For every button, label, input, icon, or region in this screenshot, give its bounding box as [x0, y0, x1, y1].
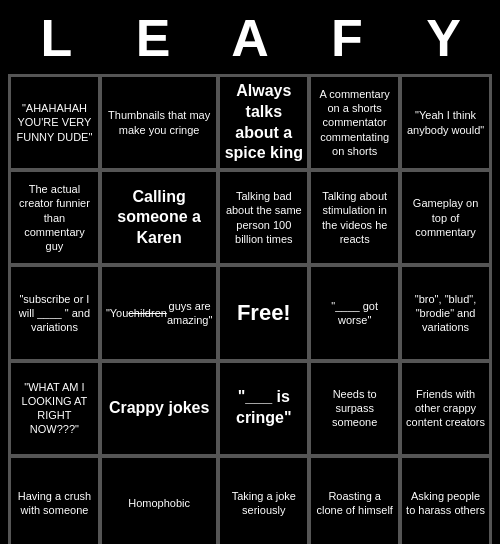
- bingo-cell-23: Roasting a clone of himself: [310, 457, 399, 544]
- bingo-cell-0: "AHAHAHAH YOU'RE VERY FUNNY DUDE": [10, 76, 99, 169]
- bingo-cell-5: The actual creator funnier than commenta…: [10, 171, 99, 264]
- bingo-title: L E A F Y: [8, 8, 492, 68]
- title-letter-y: Y: [404, 8, 484, 68]
- bingo-cell-17: "___ is cringe": [219, 362, 308, 455]
- bingo-cell-21: Homophobic: [101, 457, 217, 544]
- bingo-cell-10: "subscribe or I will ____ " and variatio…: [10, 266, 99, 359]
- bingo-cell-6: Calling someone a Karen: [101, 171, 217, 264]
- bingo-cell-3: A commentary on a shorts commentator com…: [310, 76, 399, 169]
- bingo-cell-9: Gameplay on top of commentary: [401, 171, 490, 264]
- bingo-cell-24: Asking people to harass others: [401, 457, 490, 544]
- bingo-grid: "AHAHAHAH YOU'RE VERY FUNNY DUDE"Thumbna…: [8, 74, 492, 544]
- bingo-cell-4: "Yeah I think anybody would": [401, 76, 490, 169]
- bingo-cell-7: Talking bad about the same person 100 bi…: [219, 171, 308, 264]
- bingo-cell-8: Talking about stimulation in the videos …: [310, 171, 399, 264]
- title-letter-e: E: [113, 8, 193, 68]
- bingo-cell-19: Friends with other crappy content creato…: [401, 362, 490, 455]
- title-letter-f: F: [307, 8, 387, 68]
- bingo-cell-14: "bro", "blud", "brodie" and variations: [401, 266, 490, 359]
- bingo-cell-20: Having a crush with someone: [10, 457, 99, 544]
- bingo-cell-15: "WHAT AM I LOOKING AT RIGHT NOW???": [10, 362, 99, 455]
- bingo-cell-16: Crappy jokes: [101, 362, 217, 455]
- bingo-cell-13: "____ got worse": [310, 266, 399, 359]
- bingo-cell-1: Thumbnails that may make you cringe: [101, 76, 217, 169]
- bingo-cell-12: Free!: [219, 266, 308, 359]
- bingo-cell-2: Always talks about a spice king: [219, 76, 308, 169]
- bingo-cell-18: Needs to surpass someone: [310, 362, 399, 455]
- bingo-card: L E A F Y "AHAHAHAH YOU'RE VERY FUNNY DU…: [0, 0, 500, 544]
- bingo-cell-22: Taking a joke seriously: [219, 457, 308, 544]
- bingo-cell-11: "You children guys are amazing": [101, 266, 217, 359]
- title-letter-a: A: [210, 8, 290, 68]
- title-letter-l: L: [16, 8, 96, 68]
